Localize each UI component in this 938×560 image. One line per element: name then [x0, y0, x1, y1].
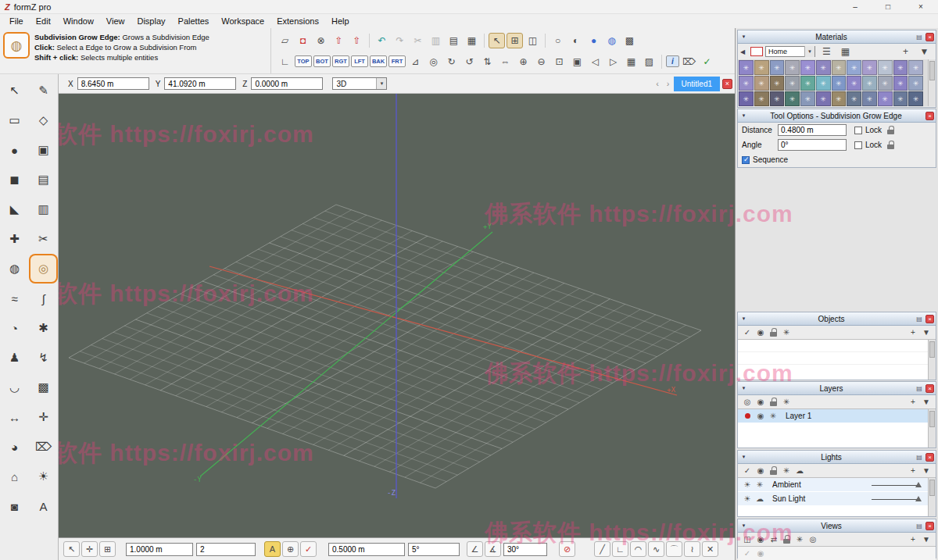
lock-icon[interactable] [782, 535, 791, 544]
panel-menu-icon[interactable] [915, 385, 924, 392]
reference-plane-icon[interactable]: ▦ [623, 54, 639, 70]
text-tool[interactable]: A [29, 491, 58, 521]
menu-palettes[interactable]: Palettes [172, 16, 216, 26]
loft-tool[interactable]: ◡ [0, 373, 29, 402]
snap-grid-icon[interactable]: ⊞ [99, 541, 116, 557]
snap-distance-input[interactable] [328, 543, 405, 556]
material-swatch[interactable]: ✳ [908, 76, 923, 91]
y-coordinate-input[interactable] [164, 77, 236, 90]
panel-menu-button[interactable]: ▼ [920, 465, 933, 476]
tool-options-close-button[interactable] [925, 112, 934, 120]
ghost-icon[interactable]: ✳ [780, 326, 793, 338]
render-tool[interactable]: ◕ [0, 432, 29, 462]
lock-icon[interactable] [769, 466, 778, 475]
angle-reference-icon[interactable]: ∡ [485, 541, 501, 557]
underlay-icon[interactable]: ▨ [641, 54, 657, 70]
current-material-swatch[interactable] [750, 47, 763, 56]
derive-tool[interactable]: ✱ [29, 313, 58, 343]
material-swatch[interactable]: ✳ [785, 91, 800, 106]
angle-snap-icon[interactable]: ∠ [467, 541, 483, 557]
next-window-arrow[interactable]: › [667, 79, 670, 88]
angle-input[interactable] [778, 139, 847, 151]
menu-help[interactable]: Help [325, 16, 356, 26]
visibility-eye-icon[interactable]: ◉ [754, 548, 767, 559]
pan-view-icon[interactable]: ⇔ [497, 54, 514, 70]
panel-menu-button[interactable]: ▼ [920, 533, 933, 545]
camera-icon[interactable]: ◎ [807, 533, 819, 545]
cube-tool[interactable]: ◼ [0, 165, 29, 194]
objects-panel-header[interactable]: Objects [738, 312, 936, 326]
select-all-icon[interactable]: ✓ [741, 326, 754, 338]
material-swatch[interactable]: ✳ [754, 60, 769, 75]
slab-tool[interactable]: ▤ [29, 165, 58, 194]
grid-divisions-input[interactable] [196, 543, 256, 556]
intersection-snap-icon[interactable]: ✕ [702, 541, 718, 557]
scrollbar-thumb[interactable] [929, 61, 935, 80]
layers-list[interactable]: ◉✳Layer 1 [738, 409, 936, 448]
angle-lock-checkbox[interactable] [854, 141, 862, 149]
view-back-button[interactable]: BAK [370, 55, 387, 67]
mesh-panel-tool[interactable]: ▥ [29, 194, 58, 224]
insert-tool[interactable]: ✚ [0, 224, 29, 254]
component-tool[interactable]: ⌂ [0, 462, 29, 491]
distance-lock-checkbox[interactable] [854, 127, 862, 134]
material-swatch[interactable]: ✳ [770, 76, 785, 91]
material-swatch[interactable]: ✳ [847, 76, 861, 91]
material-swatch[interactable]: ✳ [800, 91, 815, 106]
select-all-icon[interactable]: ✓ [741, 548, 754, 559]
distance-input[interactable] [778, 124, 847, 136]
panel-menu-icon[interactable] [915, 316, 924, 323]
material-swatch[interactable]: ✳ [754, 91, 769, 106]
minimize-button[interactable]: – [850, 2, 860, 11]
material-swatch[interactable]: ✳ [878, 91, 893, 106]
light-row[interactable]: ☀✳Ambient [738, 478, 936, 492]
save-project-icon[interactable]: ◘ [295, 33, 311, 48]
undo-icon[interactable]: ↶ [374, 33, 390, 48]
back-arrow-icon[interactable] [740, 48, 748, 55]
light-attr-icon[interactable]: ✳ [754, 480, 766, 489]
select-tool[interactable]: ↖ [0, 76, 29, 105]
add-button[interactable]: + [907, 465, 919, 476]
wedge-tool[interactable]: ◣ [0, 194, 29, 224]
menu-edit[interactable]: Edit [30, 16, 57, 26]
panel-menu-icon[interactable] [915, 454, 924, 461]
material-swatch[interactable]: ✳ [785, 60, 800, 75]
material-swatch[interactable]: ✳ [770, 91, 785, 106]
material-swatch[interactable]: ✳ [739, 76, 754, 91]
material-swatch[interactable]: ✳ [862, 76, 877, 91]
previous-view-icon[interactable]: ◁ [587, 54, 603, 70]
collapse-triangle-icon[interactable] [739, 523, 748, 528]
wireframe-display-icon[interactable]: ○ [550, 33, 566, 48]
rotation-angle-input[interactable] [503, 543, 547, 556]
layers-close-button[interactable] [925, 384, 934, 393]
visibility-eye-icon[interactable]: ◉ [754, 326, 767, 338]
polygon-tool[interactable]: ◇ [29, 105, 58, 135]
material-swatch[interactable]: ✳ [847, 91, 861, 106]
add-button[interactable]: + [897, 44, 914, 59]
lights-close-button[interactable] [925, 453, 934, 462]
material-swatch[interactable]: ✳ [893, 76, 908, 91]
material-swatch[interactable]: ✳ [847, 60, 861, 75]
material-swatch[interactable]: ✳ [862, 91, 877, 106]
materials-close-button[interactable] [925, 33, 934, 41]
dimension-mode-select[interactable]: 3D [332, 77, 387, 90]
axes-tool[interactable]: ✛ [29, 402, 58, 432]
views-close-button[interactable] [925, 522, 934, 530]
chevron-down-icon[interactable] [804, 46, 814, 57]
sweep-tool[interactable]: ∫ [29, 284, 58, 313]
ghost-icon[interactable]: ✳ [780, 396, 793, 408]
copy-icon[interactable]: ▥ [428, 33, 444, 48]
line-snap-icon[interactable]: ╱ [594, 541, 610, 557]
snap-angle-input[interactable] [408, 543, 460, 556]
views-panel-header[interactable]: Views [738, 519, 936, 533]
material-swatch[interactable]: ✳ [800, 60, 815, 75]
material-swatch[interactable]: ✳ [739, 91, 754, 106]
sequence-checkbox[interactable] [742, 156, 750, 164]
panel-menu-button[interactable]: ▼ [920, 396, 933, 408]
primitives-tool[interactable]: ▣ [29, 135, 58, 165]
material-swatch[interactable]: ✳ [908, 91, 923, 106]
menu-extensions[interactable]: Extensions [270, 16, 325, 26]
curve-snap-icon[interactable]: ∿ [648, 541, 664, 557]
material-swatch[interactable]: ✳ [816, 60, 831, 75]
tool-options-panel-header[interactable]: Tool Options - Subdivision Grow Edge [738, 109, 936, 123]
